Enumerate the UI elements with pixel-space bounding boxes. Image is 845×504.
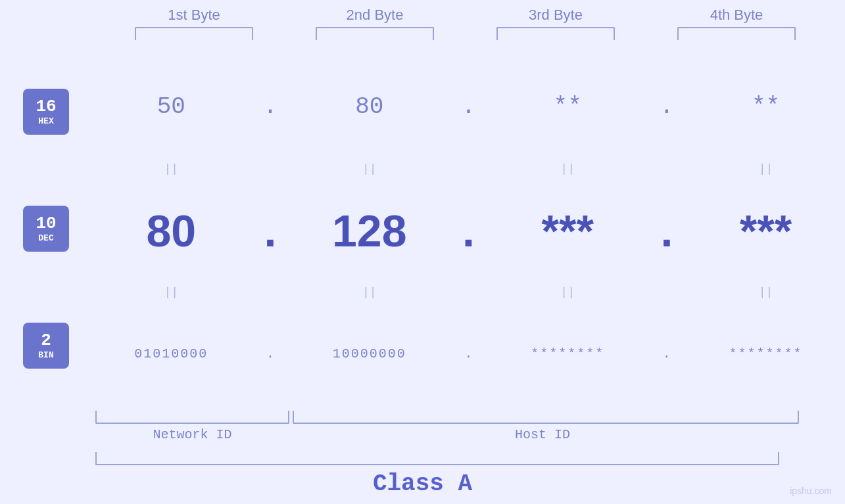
bin-b1: 01010000 <box>99 346 243 361</box>
main-container: 1st Byte 2nd Byte 3rd Byte 4th Byte 16 H… <box>0 0 845 504</box>
hex-dot-3: . <box>654 93 680 120</box>
sep-1-b4: || <box>694 162 838 175</box>
content-area: 50 . 80 . ** . ** <box>92 47 845 411</box>
bin-badge-num: 2 <box>41 332 51 349</box>
network-host-labels: Network ID Host ID <box>95 427 819 442</box>
sep-row-1: || || || || <box>92 160 845 177</box>
hex-b4: ** <box>694 93 838 120</box>
hex-row: 50 . 80 . ** . ** <box>92 53 845 160</box>
bin-row: 01010000 . 10000000 . ******** . <box>92 300 845 407</box>
dec-badge: 10 DEC <box>23 206 69 252</box>
host-bracket <box>293 411 799 424</box>
byte2-header: 2nd Byte <box>302 7 447 24</box>
bottom-section: Network ID Host ID Class A <box>0 411 845 504</box>
dec-b2: 128 <box>297 205 442 256</box>
sep-row-2: || || || || <box>92 284 845 300</box>
bin-badge: 2 BIN <box>23 323 69 369</box>
top-bracket-3 <box>496 27 615 40</box>
dec-dot-1: . <box>257 205 283 256</box>
dec-b3: *** <box>495 205 640 256</box>
bin-b2: 10000000 <box>297 346 442 361</box>
hex-badge-num: 16 <box>36 98 56 115</box>
class-bracket <box>95 452 779 465</box>
bin-dot-2: . <box>455 346 481 361</box>
hex-dot-1: . <box>257 93 283 120</box>
bin-b4: ******** <box>694 346 838 361</box>
byte4-header: 4th Byte <box>664 7 809 24</box>
top-bracket-1 <box>135 27 253 40</box>
bin-dot-3: . <box>654 346 680 361</box>
class-label: Class A <box>0 470 845 497</box>
dec-b4: *** <box>694 205 838 256</box>
hex-badge: 16 HEX <box>23 89 69 135</box>
sep-2-b3: || <box>495 286 640 299</box>
byte3-header: 3rd Byte <box>483 7 628 24</box>
bin-badge-label: BIN <box>38 350 53 360</box>
hex-b3: ** <box>495 93 640 120</box>
hex-b1: 50 <box>99 93 243 120</box>
sep-2-b2: || <box>297 286 442 299</box>
sep-1-b3: || <box>495 162 640 175</box>
sep-1-b2: || <box>297 162 442 175</box>
dec-badge-label: DEC <box>38 233 53 243</box>
dec-badge-num: 10 <box>36 215 56 232</box>
sep-2-b4: || <box>694 286 838 299</box>
dec-b1: 80 <box>99 205 243 256</box>
sep-2-b1: || <box>99 286 243 299</box>
badges-column: 16 HEX 10 DEC 2 BIN <box>0 47 92 411</box>
byte-headers: 1st Byte 2nd Byte 3rd Byte 4th Byte <box>104 7 827 24</box>
dec-dot-2: . <box>455 205 481 256</box>
network-id-label: Network ID <box>95 427 289 442</box>
network-bracket <box>95 411 289 424</box>
sep-1-b1: || <box>99 162 243 175</box>
bin-b3: ******** <box>495 346 640 361</box>
bin-dot-1: . <box>257 346 283 361</box>
byte1-header: 1st Byte <box>122 7 266 24</box>
hex-badge-label: HEX <box>38 116 53 126</box>
top-bracket-2 <box>316 27 434 40</box>
dec-row: 80 . 128 . *** . *** <box>92 177 845 284</box>
hex-b2: 80 <box>297 93 442 120</box>
top-brackets <box>104 27 827 40</box>
dec-dot-3: . <box>654 205 680 256</box>
main-grid: 16 HEX 10 DEC 2 BIN 50 . <box>0 47 845 411</box>
top-bracket-4 <box>677 27 796 40</box>
network-host-brackets <box>95 411 819 424</box>
watermark: ipshu.com <box>790 486 832 496</box>
host-id-label: Host ID <box>289 427 796 442</box>
hex-dot-2: . <box>455 93 481 120</box>
